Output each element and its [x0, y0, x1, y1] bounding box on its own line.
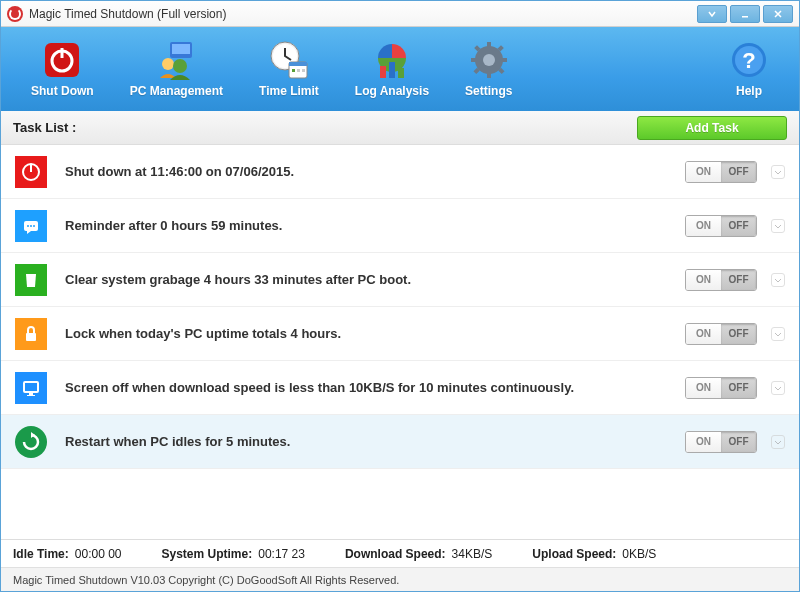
add-task-button[interactable]: Add Task	[637, 116, 787, 140]
toggle-off: OFF	[721, 324, 756, 344]
svg-rect-23	[501, 58, 507, 62]
toolbar-help[interactable]: ? Help	[711, 36, 787, 102]
svg-rect-14	[302, 69, 305, 72]
toggle-on: ON	[686, 270, 721, 290]
toolbar-time-limit[interactable]: Time Limit	[241, 36, 337, 102]
toolbar-label: Shut Down	[31, 84, 94, 98]
expand-icon[interactable]	[771, 219, 785, 233]
task-icon-restart	[15, 426, 47, 458]
svg-rect-16	[389, 62, 395, 78]
task-row[interactable]: Screen off when download speed is less t…	[1, 361, 799, 415]
svg-point-19	[483, 54, 495, 66]
expand-icon[interactable]	[771, 273, 785, 287]
task-description: Reminder after 0 hours 59 minutes.	[65, 218, 685, 233]
task-toggle[interactable]: ONOFF	[685, 215, 757, 237]
toolbar-pc-management[interactable]: PC Management	[112, 36, 241, 102]
idle-time-label: Idle Time:	[13, 547, 69, 561]
task-list: Shut down at 11:46:00 on 07/06/2015. ONO…	[1, 145, 799, 469]
toggle-on: ON	[686, 216, 721, 236]
svg-point-6	[162, 58, 174, 70]
toolbar-shutdown[interactable]: Shut Down	[13, 36, 112, 102]
svg-rect-32	[30, 164, 32, 172]
expand-icon[interactable]	[771, 435, 785, 449]
svg-rect-0	[742, 16, 748, 18]
task-description: Restart when PC idles for 5 minutes.	[65, 434, 685, 449]
power-icon	[42, 40, 82, 80]
toolbar-label: Settings	[465, 84, 512, 98]
task-description: Shut down at 11:46:00 on 07/06/2015.	[65, 164, 685, 179]
download-speed-value: 34KB/S	[452, 547, 493, 561]
svg-point-35	[30, 225, 32, 227]
tasklist-header: Task List : Add Task	[1, 111, 799, 145]
task-toggle[interactable]: ONOFF	[685, 161, 757, 183]
task-icon-cleanup	[15, 264, 47, 296]
svg-rect-5	[172, 44, 190, 54]
task-icon-shutdown	[15, 156, 47, 188]
close-button[interactable]	[763, 5, 793, 23]
clock-calendar-icon	[269, 40, 309, 80]
toggle-off: OFF	[721, 432, 756, 452]
dropdown-button[interactable]	[697, 5, 727, 23]
svg-rect-21	[487, 72, 491, 78]
svg-rect-17	[398, 68, 404, 78]
window-title: Magic Timed Shutdown (Full version)	[29, 7, 226, 21]
copyright-bar: Magic Timed Shutdown V10.03 Copyright (C…	[1, 567, 799, 591]
task-description: Lock when today's PC uptime totals 4 hou…	[65, 326, 685, 341]
task-row[interactable]: Shut down at 11:46:00 on 07/06/2015. ONO…	[1, 145, 799, 199]
toggle-on: ON	[686, 162, 721, 182]
expand-icon[interactable]	[771, 165, 785, 179]
toggle-on: ON	[686, 432, 721, 452]
help-icon: ?	[729, 40, 769, 80]
svg-rect-13	[297, 69, 300, 72]
tasklist-title: Task List :	[13, 120, 76, 135]
toolbar-settings[interactable]: Settings	[447, 36, 530, 102]
titlebar: Magic Timed Shutdown (Full version)	[1, 1, 799, 27]
upload-speed-value: 0KB/S	[622, 547, 656, 561]
toolbar-label: Time Limit	[259, 84, 319, 98]
svg-rect-37	[26, 333, 36, 341]
toggle-on: ON	[686, 324, 721, 344]
svg-point-36	[33, 225, 35, 227]
toolbar-log-analysis[interactable]: Log Analysis	[337, 36, 447, 102]
main-toolbar: Shut Down PC Management Time Limit Log A…	[1, 27, 799, 111]
task-toggle[interactable]: ONOFF	[685, 269, 757, 291]
svg-rect-20	[487, 42, 491, 48]
task-row[interactable]: Reminder after 0 hours 59 minutes. ONOFF	[1, 199, 799, 253]
svg-point-34	[27, 225, 29, 227]
svg-rect-3	[61, 48, 64, 58]
users-icon	[156, 40, 196, 80]
toolbar-label: PC Management	[130, 84, 223, 98]
task-toggle[interactable]: ONOFF	[685, 377, 757, 399]
task-toggle[interactable]: ONOFF	[685, 323, 757, 345]
task-icon-reminder	[15, 210, 47, 242]
copyright-text: Magic Timed Shutdown V10.03 Copyright (C…	[13, 574, 399, 586]
svg-rect-22	[471, 58, 477, 62]
svg-rect-15	[380, 66, 386, 78]
app-icon	[7, 6, 23, 22]
svg-rect-11	[289, 62, 307, 66]
svg-text:?: ?	[742, 48, 755, 73]
svg-rect-12	[292, 69, 295, 72]
expand-icon[interactable]	[771, 327, 785, 341]
svg-rect-38	[24, 382, 38, 392]
status-bar: Idle Time: 00:00 00 System Uptime: 00:17…	[1, 539, 799, 567]
idle-time-value: 00:00 00	[75, 547, 122, 561]
toolbar-label: Help	[736, 84, 762, 98]
task-row[interactable]: Restart when PC idles for 5 minutes. ONO…	[1, 415, 799, 469]
task-row[interactable]: Lock when today's PC uptime totals 4 hou…	[1, 307, 799, 361]
task-row[interactable]: Clear system grabage 4 hours 33 minutes …	[1, 253, 799, 307]
toggle-off: OFF	[721, 270, 756, 290]
toggle-off: OFF	[721, 216, 756, 236]
toggle-on: ON	[686, 378, 721, 398]
task-toggle[interactable]: ONOFF	[685, 431, 757, 453]
task-description: Clear system grabage 4 hours 33 minutes …	[65, 272, 685, 287]
uptime-label: System Uptime:	[162, 547, 253, 561]
gear-icon	[469, 40, 509, 80]
minimize-button[interactable]	[730, 5, 760, 23]
svg-point-7	[173, 59, 187, 73]
upload-speed-label: Upload Speed:	[532, 547, 616, 561]
expand-icon[interactable]	[771, 381, 785, 395]
uptime-value: 00:17 23	[258, 547, 305, 561]
task-icon-lock	[15, 318, 47, 350]
toolbar-label: Log Analysis	[355, 84, 429, 98]
